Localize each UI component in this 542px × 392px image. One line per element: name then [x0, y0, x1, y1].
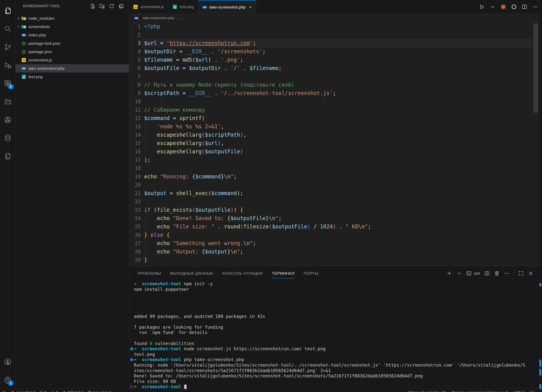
- activitybar-share-view[interactable]: [0, 111, 16, 129]
- panel-tab-ПРОБЛЕМЫ[interactable]: ПРОБЛЕМЫ: [137, 266, 161, 280]
- activitybar-settings[interactable]: 1: [0, 371, 16, 389]
- terminal-more-actions-button[interactable]: [504, 270, 509, 276]
- activitybar-explorer[interactable]: [0, 1, 16, 20]
- status-cursor-position[interactable]: Строка 3, столбец 24: [408, 390, 446, 392]
- code-line-26[interactable]: 26} else {: [129, 231, 542, 239]
- new-terminal-button[interactable]: [446, 270, 452, 276]
- collapse-folders-button[interactable]: [118, 3, 124, 9]
- activitybar-extensions[interactable]: 2: [0, 74, 16, 92]
- sidebar-item-test.png[interactable]: test.png: [16, 73, 129, 81]
- code-line-14[interactable]: 14 escapeshellarg($scriptPath),: [129, 131, 542, 139]
- status-remote-indicator[interactable]: [3, 391, 7, 392]
- activitybar-source-control[interactable]: [0, 38, 16, 56]
- kill-terminal-button[interactable]: [494, 270, 500, 276]
- code-line-3[interactable]: 3$url = 'https://screenshotrun.com';: [129, 39, 542, 47]
- status-database-connection-status[interactable]: laravel.test: [88, 390, 111, 392]
- breadcrumb[interactable]: php take-screenshot.php › ...: [129, 14, 542, 22]
- code-line-7[interactable]: 7: [129, 72, 542, 81]
- panel-tab-ВЫХОДНЫЕ ДАННЫЕ[interactable]: ВЫХОДНЫЕ ДАННЫЕ: [170, 266, 213, 280]
- terminal-shell-button[interactable]: [466, 270, 472, 276]
- sidebar-item-screenshots[interactable]: screenshots: [16, 22, 129, 31]
- sidebar-item-index.php[interactable]: phpindex.php: [16, 31, 129, 39]
- terminal-profile-dropdown-button[interactable]: [456, 270, 462, 276]
- split-editor-button[interactable]: [521, 4, 528, 10]
- status-php-server-status[interactable]: 127.0.0.1: [62, 390, 83, 392]
- code-editor[interactable]: 1<?php23$url = 'https://screenshotrun.co…: [129, 22, 542, 266]
- code-line-29[interactable]: 29}: [129, 256, 542, 264]
- refresh-explorer-button[interactable]: [109, 3, 114, 9]
- run-button[interactable]: [479, 4, 485, 10]
- shell-label[interactable]: zsh: [474, 271, 480, 276]
- activitybar-database-view[interactable]: [0, 129, 16, 147]
- code-line-19[interactable]: 19echo "Running: {$command}\n";: [129, 172, 542, 181]
- code-token: // Путь к нашему Node-скрипту (подставьт…: [144, 82, 294, 88]
- code-line-21[interactable]: 21$output = shell_exec($command);: [129, 189, 542, 198]
- code-line-5[interactable]: 5$filename = md5($url) . '.png';: [129, 56, 542, 64]
- code-line-13[interactable]: 13 'node %s %s %s 2>&1',: [129, 123, 542, 131]
- status-eol-status[interactable]: LF: [530, 390, 534, 392]
- code-line-11[interactable]: 11// Собираем команду: [129, 106, 542, 114]
- code-line-18[interactable]: 18: [129, 164, 542, 172]
- more-actions-button[interactable]: [532, 4, 538, 10]
- code-line-4[interactable]: 4$outputDir = __DIR__ . '/screenshots';: [129, 47, 542, 56]
- breadcrumb-more[interactable]: ...: [179, 16, 182, 20]
- code-line-6[interactable]: 6$outputFile = $outputDir . '/' . $filen…: [129, 64, 542, 72]
- code-line-20[interactable]: 20: [129, 181, 542, 189]
- claude-extension-button[interactable]: [500, 4, 506, 10]
- close-panel-button[interactable]: [528, 270, 534, 276]
- code-line-28[interactable]: 28 echo "Output: {$output}\n";: [129, 247, 542, 256]
- code-line-23[interactable]: 23if (file_exists($outputFile)) {: [129, 206, 542, 214]
- status-errors-count[interactable]: 0: [39, 390, 46, 392]
- new-file-button[interactable]: [89, 3, 95, 9]
- code-line-15[interactable]: 15 escapeshellarg($url),: [129, 139, 542, 147]
- rocket-icon: [11, 391, 15, 392]
- code-line-22[interactable]: 22: [129, 198, 542, 206]
- status-launchpad-status[interactable]: Launchpad: [11, 390, 35, 392]
- activitybar-search[interactable]: [0, 20, 16, 38]
- code-line-9[interactable]: 9$scriptPath = __DIR__ . '/../screenshot…: [129, 89, 542, 97]
- tab-screenshot.js[interactable]: JSscreenshot.js: [129, 0, 168, 14]
- code-line-2[interactable]: 2: [129, 31, 542, 39]
- tab-take-screenshot.php[interactable]: phptake-screenshot.php×: [198, 0, 256, 14]
- code-line-16[interactable]: 16 escapeshellarg($outputFile): [129, 147, 542, 156]
- maximize-panel-button[interactable]: [518, 270, 524, 276]
- code-text: echo "Output: {$output}\n";: [144, 247, 542, 256]
- editor-scrollbar[interactable]: [533, 23, 538, 113]
- code-line-12[interactable]: 12$command = sprintf(: [129, 114, 542, 123]
- code-line-25[interactable]: 25 echo "File size: " . round(filesize($…: [129, 223, 542, 231]
- code-line-8[interactable]: 8// Путь к нашему Node-скрипту (подставь…: [129, 81, 542, 89]
- sidebar-item-screenshot.js[interactable]: JSscreenshot.js: [16, 56, 129, 64]
- split-terminal-button[interactable]: [484, 270, 490, 276]
- status-indentation-status[interactable]: Размер интервала табуляции: 2: [451, 390, 508, 392]
- terminal[interactable]: ➜ screenshot-tool npm init -ynpm install…: [129, 281, 538, 389]
- activitybar-documents-view[interactable]: [0, 147, 16, 165]
- sidebar-item-package-lock.json[interactable]: JSpackage-lock.json: [16, 39, 129, 48]
- terminal-line: test.png: [129, 352, 538, 357]
- sidebar-item-package.json[interactable]: JSpackage.json: [16, 48, 129, 56]
- terminal-line: Running: node '/Users/vitalijgolubenko/S…: [129, 362, 538, 368]
- activitybar-run-and-debug[interactable]: [0, 56, 16, 74]
- command-decoration-open[interactable]: [130, 385, 133, 388]
- activitybar-folders-view[interactable]: [0, 92, 16, 111]
- panel-tab-КОНСОЛЬ ОТЛАДКИ[interactable]: КОНСОЛЬ ОТЛАДКИ: [222, 266, 263, 280]
- code-line-27[interactable]: 27 echo "Something went wrong.\n";: [129, 239, 542, 247]
- code-line-17[interactable]: 17);: [129, 156, 542, 164]
- panel-tab-ТЕРМИНАЛ[interactable]: ТЕРМИНАЛ: [272, 266, 294, 280]
- panel-tab-ПОРТЫ[interactable]: ПОРТЫ: [304, 266, 318, 280]
- command-decoration-filled[interactable]: [130, 347, 133, 350]
- command-decoration-filled[interactable]: [130, 358, 133, 361]
- status-encoding-status[interactable]: UTF-8: [514, 390, 524, 392]
- activitybar-accounts[interactable]: [0, 353, 16, 371]
- tab-test.png[interactable]: test.png: [168, 0, 198, 14]
- sidebar-item-node_modules[interactable]: node_modules: [16, 14, 129, 22]
- code-line-1[interactable]: 1<?php: [129, 22, 542, 31]
- close-tab-icon[interactable]: ×: [249, 5, 252, 10]
- chatgpt-extension-button[interactable]: [511, 4, 517, 10]
- run-dropdown[interactable]: [490, 4, 496, 10]
- sidebar-item-take-screenshot.php[interactable]: phptake-screenshot.php: [16, 64, 129, 73]
- code-line-24[interactable]: 24 echo "Done! Saved to: {$outputFile}\n…: [129, 214, 542, 223]
- new-folder-button[interactable]: [99, 3, 105, 9]
- code-line-10[interactable]: 10: [129, 97, 542, 106]
- status-warnings-count[interactable]: 0: [51, 390, 58, 392]
- file-tree[interactable]: node_modulesscreenshotsphpindex.phpJSpac…: [16, 14, 129, 81]
